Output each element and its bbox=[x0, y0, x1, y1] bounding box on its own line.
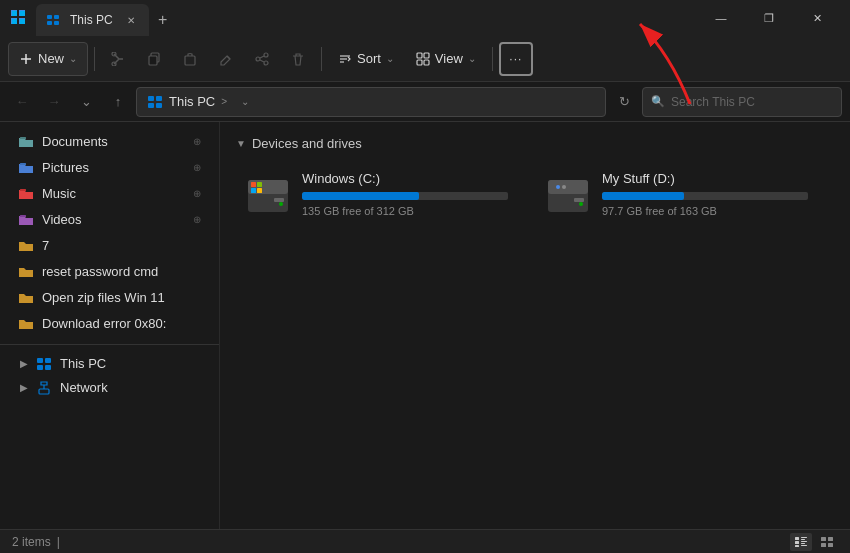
sidebar-item-documents[interactable]: Documents ⊕ bbox=[6, 129, 213, 154]
more-icon: ··· bbox=[509, 52, 522, 66]
refresh-icon: ↻ bbox=[619, 94, 630, 109]
svg-rect-47 bbox=[251, 182, 256, 187]
svg-point-22 bbox=[264, 61, 268, 65]
active-tab[interactable]: This PC ✕ bbox=[36, 4, 149, 36]
section-title-text: Devices and drives bbox=[252, 136, 362, 151]
svg-rect-18 bbox=[185, 56, 195, 65]
svg-rect-28 bbox=[417, 53, 422, 58]
pictures-folder-icon bbox=[18, 161, 34, 175]
drive-d-name: My Stuff (D:) bbox=[602, 171, 808, 186]
item-count: 2 items bbox=[12, 535, 51, 549]
this-pc-sidebar-icon bbox=[36, 357, 52, 371]
document-folder-icon bbox=[18, 135, 34, 149]
tiles-view-icon bbox=[820, 536, 834, 548]
folder-icon-reset bbox=[18, 265, 34, 279]
sidebar-item-pictures[interactable]: Pictures ⊕ bbox=[6, 155, 213, 180]
new-tab-btn[interactable]: + bbox=[149, 6, 177, 34]
folder-7-label: 7 bbox=[42, 238, 49, 253]
search-box[interactable]: 🔍 Search This PC bbox=[642, 87, 842, 117]
sidebar-section-this-pc[interactable]: ▶ This PC bbox=[6, 352, 213, 375]
svg-rect-33 bbox=[156, 96, 162, 101]
status-bar: 2 items | bbox=[0, 529, 850, 553]
address-path[interactable]: This PC > ⌄ bbox=[136, 87, 606, 117]
svg-rect-36 bbox=[20, 137, 26, 139]
network-icon bbox=[36, 381, 52, 395]
music-folder-icon bbox=[18, 187, 34, 201]
svg-rect-40 bbox=[37, 358, 43, 363]
this-pc-section-label: This PC bbox=[60, 356, 106, 371]
sidebar-item-reset[interactable]: reset password cmd bbox=[6, 259, 213, 284]
svg-rect-66 bbox=[801, 545, 807, 546]
drive-c-size: 135 GB free of 312 GB bbox=[302, 205, 508, 217]
drive-d[interactable]: My Stuff (D:) 97.7 GB free of 163 GB bbox=[536, 163, 816, 227]
minimize-btn[interactable]: — bbox=[698, 2, 744, 34]
back-button[interactable]: ← bbox=[8, 88, 36, 116]
window-controls: — ❐ ✕ bbox=[698, 2, 840, 34]
forward-button[interactable]: → bbox=[40, 88, 68, 116]
svg-rect-68 bbox=[828, 537, 833, 541]
svg-rect-44 bbox=[39, 389, 49, 394]
drive-c-icon-container bbox=[244, 171, 292, 219]
view-chevron-icon: ⌄ bbox=[468, 53, 476, 64]
maximize-btn[interactable]: ❐ bbox=[746, 2, 792, 34]
drive-c-icon bbox=[246, 172, 290, 218]
sidebar-item-zip[interactable]: Open zip files Win 11 bbox=[6, 285, 213, 310]
share-button[interactable] bbox=[245, 42, 279, 76]
folder-icon-7 bbox=[18, 239, 34, 253]
svg-rect-35 bbox=[156, 103, 162, 108]
svg-rect-49 bbox=[251, 188, 256, 193]
drive-c-bar-container bbox=[302, 192, 508, 200]
sidebar-item-music[interactable]: Music ⊕ bbox=[6, 181, 213, 206]
refresh-button[interactable]: ↻ bbox=[610, 88, 638, 116]
copy-button[interactable] bbox=[137, 42, 171, 76]
this-pc-section-chevron: ▶ bbox=[20, 358, 28, 369]
tiles-view-btn[interactable] bbox=[816, 533, 838, 551]
pin-icon-3: ⊕ bbox=[193, 188, 201, 199]
sort-label: Sort bbox=[357, 51, 381, 66]
path-text: This PC bbox=[169, 94, 215, 109]
path-dropdown-btn[interactable]: ⌄ bbox=[233, 87, 257, 117]
svg-rect-37 bbox=[20, 163, 26, 165]
cut-icon bbox=[111, 52, 125, 66]
delete-button[interactable] bbox=[281, 42, 315, 76]
view-button[interactable]: View ⌄ bbox=[406, 42, 486, 76]
svg-rect-30 bbox=[417, 60, 422, 65]
sidebar-item-download[interactable]: Download error 0x80: bbox=[6, 311, 213, 336]
history-dropdown-button[interactable]: ⌄ bbox=[72, 88, 100, 116]
sort-button[interactable]: Sort ⌄ bbox=[328, 42, 404, 76]
sep3 bbox=[492, 47, 493, 71]
sort-icon bbox=[338, 52, 352, 66]
this-pc-icon bbox=[147, 95, 163, 109]
paste-icon bbox=[183, 52, 197, 66]
pictures-label: Pictures bbox=[42, 160, 89, 175]
svg-point-56 bbox=[562, 185, 566, 189]
svg-rect-34 bbox=[148, 103, 154, 108]
svg-rect-60 bbox=[801, 537, 807, 538]
videos-label: Videos bbox=[42, 212, 82, 227]
tab-close-btn[interactable]: ✕ bbox=[127, 15, 135, 26]
svg-rect-11 bbox=[54, 21, 59, 25]
folder-download-label: Download error 0x80: bbox=[42, 316, 166, 331]
new-button[interactable]: New ⌄ bbox=[8, 42, 88, 76]
close-btn[interactable]: ✕ bbox=[794, 2, 840, 34]
cut-button[interactable] bbox=[101, 42, 135, 76]
svg-rect-42 bbox=[37, 365, 43, 370]
svg-point-20 bbox=[264, 53, 268, 57]
svg-rect-5 bbox=[20, 11, 25, 16]
up-button[interactable]: ↑ bbox=[104, 88, 132, 116]
path-separator-icon: > bbox=[221, 96, 227, 107]
more-button[interactable]: ··· bbox=[499, 42, 533, 76]
new-chevron-icon: ⌄ bbox=[69, 53, 77, 64]
pin-icon-4: ⊕ bbox=[193, 214, 201, 225]
drive-d-bar-fill bbox=[602, 192, 684, 200]
rename-button[interactable] bbox=[209, 42, 243, 76]
paste-button[interactable] bbox=[173, 42, 207, 76]
app-icon bbox=[10, 9, 28, 27]
details-view-btn[interactable] bbox=[790, 533, 812, 551]
sidebar-item-videos[interactable]: Videos ⊕ bbox=[6, 207, 213, 232]
svg-rect-17 bbox=[149, 56, 157, 65]
drive-c[interactable]: Windows (C:) 135 GB free of 312 GB bbox=[236, 163, 516, 227]
sidebar-section-network[interactable]: ▶ Network bbox=[6, 376, 213, 399]
copy-icon bbox=[147, 52, 161, 66]
sidebar-item-7[interactable]: 7 bbox=[6, 233, 213, 258]
